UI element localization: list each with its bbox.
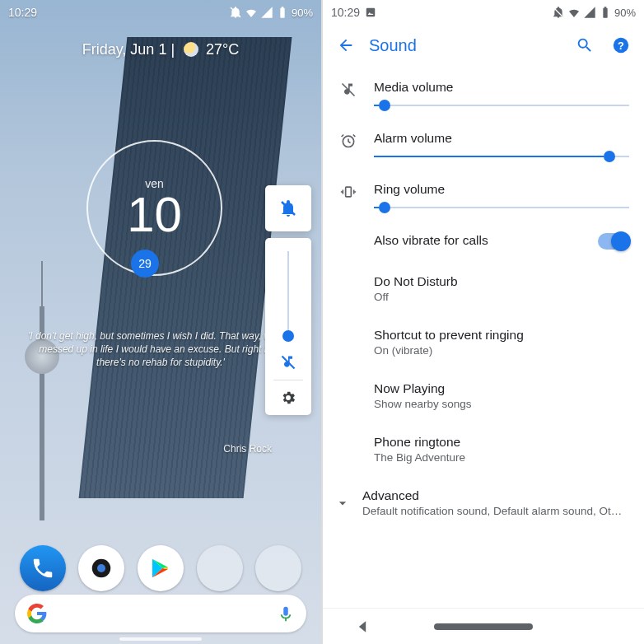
weather-icon [184, 42, 198, 57]
battery-icon [599, 6, 612, 19]
ring-volume-label: Ring volume [374, 182, 629, 197]
media-volume-row: Media volume [323, 68, 644, 119]
nav-home-pill[interactable] [434, 623, 533, 630]
svg-point-3 [97, 564, 105, 572]
do-not-disturb-row[interactable]: Do Not Disturb Off [323, 262, 644, 315]
vibrate-for-calls-label: Also vibrate for calls [374, 233, 598, 248]
clock-dayname: ven [145, 177, 164, 190]
status-battery: 90% [292, 7, 313, 19]
appbar-title: Sound [364, 36, 567, 55]
bell-off-icon [229, 6, 242, 19]
volume-settings-button[interactable] [279, 389, 297, 407]
app-folder-2[interactable] [255, 545, 301, 591]
gear-icon [280, 390, 296, 406]
date-weather-line[interactable]: Friday, Jun 1 | 27°C [0, 41, 321, 58]
app-dock [0, 545, 321, 591]
bell-off-icon [552, 6, 565, 19]
volume-knob[interactable] [282, 330, 294, 342]
chevron-down-icon [323, 488, 362, 517]
vibrate-toggle[interactable] [598, 233, 629, 250]
prevent-ringing-row[interactable]: Shortcut to prevent ringing On (vibrate) [323, 315, 644, 369]
picture-icon [365, 7, 376, 18]
phone-ringtone-row[interactable]: Phone ringtone The Big Adventure [323, 422, 644, 476]
vibrate-icon [340, 184, 357, 200]
ring-volume-row: Ring volume [323, 170, 644, 221]
quote-author: Chris Rock [25, 442, 296, 455]
volume-slider-panel [265, 238, 311, 415]
quote-text: 'I don't get high, but sometimes I wish … [28, 330, 293, 368]
alarm-volume-label: Alarm volume [374, 131, 629, 146]
status-bar-right: 10:29 90% [323, 0, 644, 23]
svg-rect-4 [366, 8, 376, 17]
camera-app-icon[interactable] [78, 545, 124, 591]
now-playing-row[interactable]: Now Playing Show nearby songs [323, 369, 644, 422]
google-g-icon [26, 603, 48, 624]
svg-text:?: ? [618, 40, 624, 52]
app-folder-1[interactable] [197, 545, 243, 591]
ringer-mode-button[interactable] [265, 185, 311, 231]
home-indicator[interactable] [119, 637, 202, 641]
back-button[interactable] [328, 27, 364, 63]
media-mute-button[interactable] [279, 353, 297, 371]
clock-widget[interactable]: ven 10 29 [86, 140, 222, 276]
search-bar[interactable] [15, 595, 306, 632]
signal-icon [260, 6, 273, 19]
help-icon: ? [612, 36, 630, 54]
music-off-icon [340, 82, 357, 98]
clock-badge: 29 [131, 250, 159, 278]
appbar: Sound ? [323, 23, 644, 68]
nav-back-button[interactable] [354, 618, 371, 635]
status-bar-left: 10:29 90% [0, 0, 321, 23]
nav-bar [323, 608, 644, 644]
arrow-left-icon [337, 36, 355, 54]
status-time: 10:29 [331, 6, 360, 19]
settings-screen: 10:29 90% Sound ? [323, 0, 644, 644]
settings-list: Media volume Alarm volume [323, 68, 644, 608]
wifi-icon [567, 6, 581, 19]
media-volume-slider[interactable] [374, 105, 629, 106]
help-button[interactable]: ? [603, 27, 639, 63]
volume-panel [265, 185, 311, 415]
advanced-row[interactable]: Advanced Default notification sound, Def… [323, 476, 644, 530]
vibrate-for-calls-row[interactable]: Also vibrate for calls [323, 221, 644, 262]
alarm-volume-slider[interactable] [374, 156, 629, 157]
search-icon [576, 36, 594, 54]
clock-daynum: 10 [127, 190, 182, 240]
bell-slash-icon [278, 198, 298, 218]
media-volume-label: Media volume [374, 80, 629, 95]
music-off-icon [280, 354, 296, 371]
status-battery: 90% [614, 7, 636, 19]
ring-volume-slider[interactable] [374, 207, 629, 208]
svg-rect-9 [346, 187, 352, 197]
alarm-volume-row: Alarm volume [323, 119, 644, 170]
mic-icon[interactable] [277, 604, 295, 623]
volume-slider[interactable] [287, 251, 289, 342]
search-button[interactable] [567, 27, 603, 63]
phone-app-icon[interactable] [20, 545, 66, 591]
wifi-icon [245, 6, 258, 19]
signal-icon [583, 6, 596, 19]
status-time: 10:29 [8, 6, 37, 19]
battery-icon [276, 6, 289, 19]
play-store-icon[interactable] [138, 545, 184, 591]
alarm-icon [340, 133, 357, 149]
home-screen: 10:29 90% Friday, Jun 1 | 27°C ven 10 29… [0, 0, 321, 644]
